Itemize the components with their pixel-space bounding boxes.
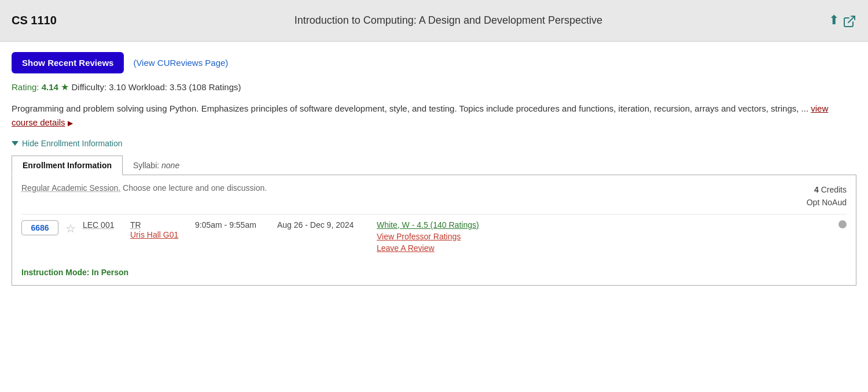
section-code: LEC 001	[83, 220, 123, 230]
tabs-container: Enrollment Information Syllabi: none	[12, 155, 856, 175]
svg-line-0	[848, 16, 855, 23]
course-header: CS 1110 Introduction to Computing: A Des…	[0, 0, 868, 42]
external-link-icon[interactable]: ⬆︎	[829, 13, 856, 28]
actions-row: Show Recent Reviews (View CUReviews Page…	[12, 52, 856, 73]
session-name: Regular Academic Session.	[21, 183, 120, 193]
triangle-down-icon	[12, 141, 19, 146]
view-professor-ratings-link[interactable]: View Professor Ratings	[377, 232, 827, 241]
date-range: Aug 26 - Dec 9, 2024	[277, 220, 370, 230]
professor-block: White, W - 4.5 (140 Ratings) View Profes…	[377, 220, 827, 255]
opt-label: Opt NoAud	[807, 198, 847, 207]
location-link[interactable]: Uris Hall G01	[130, 230, 178, 239]
course-description: Programming and problem solving using Py…	[12, 102, 856, 130]
professor-link[interactable]: White, W - 4.5 (140 Ratings)	[377, 220, 827, 230]
instruction-mode-label: Instruction Mode: In Person	[21, 268, 128, 277]
difficulty-label: Difficulty:	[72, 82, 109, 92]
workload-value: 3.53	[170, 82, 189, 92]
workload-label: Workload:	[128, 82, 170, 92]
view-details-arrow: ▶	[68, 119, 73, 127]
rating-label: Rating:	[12, 82, 39, 92]
syllabi-value: none	[161, 161, 179, 170]
days: TR	[130, 220, 188, 230]
session-row: Regular Academic Session. Choose one lec…	[21, 183, 847, 209]
ratings-count: (108 Ratings)	[189, 82, 241, 92]
time-range: 9:05am - 9:55am	[195, 220, 270, 230]
credits-num: 4	[814, 185, 819, 194]
cureviews-link[interactable]: (View CUReviews Page)	[133, 58, 228, 68]
toggle-enrollment[interactable]: Hide Enrollment Information	[12, 139, 856, 148]
course-code: CS 1110	[12, 14, 57, 27]
tab-enrollment-information[interactable]: Enrollment Information	[12, 156, 123, 175]
days-location: TR Uris Hall G01	[130, 220, 188, 239]
credits-label: Credits	[821, 185, 847, 194]
description-text: Programming and problem solving using Py…	[12, 103, 808, 113]
leave-review-link[interactable]: Leave A Review	[377, 243, 827, 253]
difficulty-value: 3.10	[109, 82, 128, 92]
rating-value: 4.14	[42, 82, 58, 92]
toggle-label: Hide Enrollment Information	[22, 139, 123, 148]
session-info: Regular Academic Session. Choose one lec…	[21, 183, 267, 193]
session-desc: Choose one lecture and one discussion.	[123, 183, 267, 193]
instruction-mode: Instruction Mode: In Person	[21, 261, 847, 277]
tab-syllabi[interactable]: Syllabi: none	[123, 156, 190, 175]
enrollment-box: Regular Academic Session. Choose one lec…	[12, 175, 856, 286]
show-reviews-button[interactable]: Show Recent Reviews	[12, 52, 124, 73]
syllabi-prefix: Syllabi:	[133, 161, 159, 170]
credits-block: 4 Credits Opt NoAud	[807, 183, 847, 209]
status-dot-icon	[838, 220, 847, 228]
active-tab-label: Enrollment Information	[23, 161, 112, 170]
star-icon: ★	[61, 82, 71, 92]
course-title: Introduction to Computing: A Design and …	[80, 14, 817, 27]
content-area: Show Recent Reviews (View CUReviews Page…	[0, 42, 868, 286]
rating-row: Rating: 4.14 ★ Difficulty: 3.10 Workload…	[12, 82, 856, 93]
favorite-star-icon[interactable]: ☆	[65, 221, 76, 235]
course-row: 6686 ☆ LEC 001 TR Uris Hall G01 9:05am -…	[21, 214, 847, 261]
section-number-box[interactable]: 6686	[21, 220, 58, 235]
